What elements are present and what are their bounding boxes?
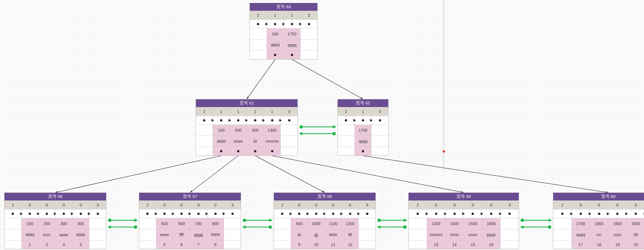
value-cell: mmmm: [264, 136, 281, 147]
svg-marker-42: [548, 219, 552, 222]
value-cell: qqqq: [355, 136, 372, 147]
svg-marker-24: [134, 219, 138, 222]
empty-cell: [224, 240, 241, 249]
seq-cell: 9: [291, 240, 308, 249]
empty-cell: [196, 136, 213, 147]
pointer-cell: [281, 116, 297, 125]
empty-cell: [409, 240, 427, 249]
svg-marker-33: [242, 225, 246, 229]
pointer-cell: [427, 210, 445, 218]
pointer-cell: [196, 116, 213, 125]
seq-cell: 2: [39, 240, 56, 249]
seq-cell: 14: [445, 240, 464, 249]
value-cell: rrrr: [590, 229, 609, 240]
svg-marker-27: [107, 225, 111, 229]
pointer-cell: [89, 210, 106, 218]
key-cell: 1800: [590, 218, 609, 229]
btree-node-63: 页号 6321131001700ddddqqqq: [250, 3, 318, 59]
pointer-cell: [608, 210, 627, 218]
pointer-cell: [5, 210, 22, 218]
header-cell: 3: [301, 11, 317, 20]
header-cell: 2: [196, 107, 213, 116]
child-pointer: [355, 147, 372, 155]
svg-point-17: [299, 125, 303, 129]
pointer-cell: [359, 210, 375, 218]
header-cell: 0: [72, 201, 89, 209]
key-cell: 800: [207, 218, 224, 229]
seq-cell: 3: [72, 240, 89, 249]
header-cell: 2: [250, 11, 267, 20]
empty-cell: [89, 218, 106, 229]
pointer-cell: [173, 210, 190, 218]
pointer-cell: [445, 210, 464, 218]
value-cell: hhhh: [207, 229, 224, 240]
seq-cell: 15: [464, 240, 482, 249]
svg-line-2: [247, 59, 275, 99]
header-cell: 1: [247, 107, 264, 116]
btree-node-62: 页号 622131700qqqq: [337, 99, 388, 156]
value-cell: iiii: [247, 136, 264, 147]
key-cell: 1200: [342, 218, 359, 229]
seq-cell: 1: [22, 240, 39, 249]
value-cell: dddd: [213, 136, 230, 147]
key-cell: 300: [55, 218, 72, 229]
svg-line-6: [55, 156, 221, 193]
pointer-cell: [139, 210, 156, 218]
child-pointer: [284, 51, 301, 59]
seq-cell: 5: [156, 240, 173, 249]
value-cell: qqqq: [572, 229, 590, 240]
pointer-cell: [409, 210, 427, 218]
key-cell: 1300: [264, 125, 281, 136]
header-cell: 3: [501, 201, 519, 209]
btree-node-57: 页号 57200003500600700800eeeeffffgggghhhh5…: [139, 193, 241, 249]
svg-marker-3: [247, 97, 249, 99]
seq-cell: 8: [207, 240, 224, 249]
header-cell: 0: [39, 201, 56, 209]
svg-line-10: [255, 156, 325, 193]
header-cell: 0: [22, 201, 39, 209]
key-cell: 1600: [482, 218, 501, 229]
seq-cell: 13: [427, 240, 445, 249]
empty-cell: [409, 218, 427, 229]
header-cell: 0: [608, 201, 627, 209]
btree-node-58: 页号 58200003900100011001200iiiijjjjkkkkll…: [274, 193, 376, 249]
header-cell: 2: [338, 107, 355, 116]
value-cell: pppp: [482, 229, 501, 240]
empty-cell: [281, 147, 297, 155]
value-cell: eeee: [230, 136, 247, 147]
seq-cell: 11: [325, 240, 342, 249]
header-cell: 0: [427, 201, 445, 209]
empty-cell: [281, 125, 297, 136]
header-cell: 1: [267, 11, 284, 20]
value-cell: ffff: [173, 229, 190, 240]
key-cell: 900: [291, 218, 308, 229]
empty-cell: [5, 229, 22, 240]
svg-marker-21: [299, 132, 302, 135]
empty-cell: [553, 218, 572, 229]
header-cell: 3: [371, 107, 388, 116]
value-cell: kkkk: [325, 229, 342, 240]
pointer-cell: [342, 210, 359, 218]
node-title: 页号 59: [409, 193, 519, 200]
pointer-cell: [284, 20, 301, 28]
pointer-cell: [72, 210, 89, 218]
pointer-cell: [224, 210, 241, 218]
header-cell: 0: [482, 201, 501, 209]
empty-cell: [274, 218, 291, 229]
key-cell: 1700: [355, 125, 372, 136]
key-cell: 1300: [427, 218, 445, 229]
header-cell: 3: [224, 201, 241, 209]
pointer-cell: [482, 210, 501, 218]
svg-marker-39: [377, 225, 380, 229]
svg-line-4: [292, 59, 363, 99]
pointer-cell: [250, 20, 267, 28]
key-cell: 100: [22, 218, 39, 229]
pointer-cell: [247, 116, 264, 125]
key-cell: 100: [267, 29, 284, 39]
svg-point-35: [377, 219, 381, 222]
svg-point-26: [134, 225, 137, 229]
node-title: 页号 62: [338, 99, 388, 107]
empty-cell: [371, 125, 388, 136]
empty-cell: [301, 29, 317, 39]
empty-cell: [301, 51, 317, 59]
